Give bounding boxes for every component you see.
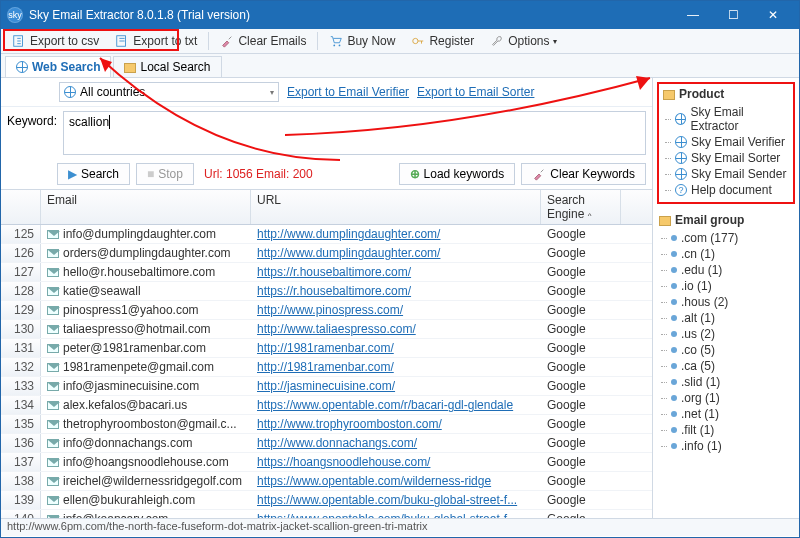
table-row[interactable]: 126orders@dumplingdaughter.comhttp://www…: [1, 244, 652, 263]
window-title: Sky Email Extractor 8.0.1.8 (Trial versi…: [29, 8, 673, 22]
row-url[interactable]: http://www.donnachangs.com/: [251, 434, 541, 452]
emailgroup-item-label: .hous (2): [681, 295, 728, 309]
table-row[interactable]: 136info@donnachangs.comhttp://www.donnac…: [1, 434, 652, 453]
product-item[interactable]: Sky Email Verifier: [661, 134, 791, 150]
row-url[interactable]: https://www.opentable.com/buku-global-st…: [251, 491, 541, 509]
row-search-engine: Google: [541, 491, 621, 509]
product-item[interactable]: Sky Email Sorter: [661, 150, 791, 166]
row-url[interactable]: http://1981ramenbar.com/: [251, 358, 541, 376]
row-url[interactable]: http://www.trophyroomboston.com/: [251, 415, 541, 433]
row-url[interactable]: https://r.housebaltimore.com/: [251, 282, 541, 300]
emailgroup-item[interactable]: .edu (1): [657, 262, 795, 278]
table-row[interactable]: 139ellen@bukurahleigh.comhttps://www.ope…: [1, 491, 652, 510]
buy-now-button[interactable]: Buy Now: [322, 31, 402, 51]
emailgroup-item[interactable]: .hous (2): [657, 294, 795, 310]
row-email: info@hoangsnoodlehouse.com: [41, 453, 251, 471]
emailgroup-item[interactable]: .us (2): [657, 326, 795, 342]
keyword-input[interactable]: scallion: [63, 111, 646, 155]
row-url[interactable]: http://www.pinospress.com/: [251, 301, 541, 319]
row-search-engine: Google: [541, 282, 621, 300]
table-row[interactable]: 137info@hoangsnoodlehouse.comhttps://hoa…: [1, 453, 652, 472]
table-row[interactable]: 128katie@seawallhttps://r.housebaltimore…: [1, 282, 652, 301]
col-email[interactable]: Email: [41, 190, 251, 224]
maximize-button[interactable]: ☐: [713, 1, 753, 29]
close-button[interactable]: ✕: [753, 1, 793, 29]
table-row[interactable]: 135thetrophyroomboston@gmail.c...http://…: [1, 415, 652, 434]
product-item[interactable]: Sky Email Sender: [661, 166, 791, 182]
wrench-icon: [490, 34, 504, 48]
emailgroup-item[interactable]: .ca (5): [657, 358, 795, 374]
toolbar-separator: [208, 32, 209, 50]
crawl-status: Url: 1056 Email: 200: [204, 167, 393, 181]
row-url[interactable]: https://www.opentable.com/wilderness-rid…: [251, 472, 541, 490]
dot-icon: [671, 395, 677, 401]
table-row[interactable]: 130taliaespresso@hotmail.comhttp://www.t…: [1, 320, 652, 339]
options-button[interactable]: Options ▾: [483, 31, 564, 51]
table-row[interactable]: 129pinospress1@yahoo.comhttp://www.pinos…: [1, 301, 652, 320]
table-row[interactable]: 133info@jasminecuisine.comhttp://jasmine…: [1, 377, 652, 396]
emailgroup-item[interactable]: .info (1): [657, 438, 795, 454]
table-row[interactable]: 131peter@1981ramenbar.comhttp://1981rame…: [1, 339, 652, 358]
emailgroup-item[interactable]: .cn (1): [657, 246, 795, 262]
export-txt-button[interactable]: Export to txt: [108, 31, 204, 51]
mail-icon: [47, 287, 59, 296]
clear-keywords-button[interactable]: Clear Keywords: [521, 163, 646, 185]
emailgroup-item[interactable]: .co (5): [657, 342, 795, 358]
minimize-button[interactable]: —: [673, 1, 713, 29]
register-button[interactable]: Register: [404, 31, 481, 51]
emailgroup-item[interactable]: .io (1): [657, 278, 795, 294]
table-row[interactable]: 134alex.kefalos@bacari.ushttps://www.ope…: [1, 396, 652, 415]
country-dropdown[interactable]: All countries ▾: [59, 82, 279, 102]
row-url[interactable]: https://www.opentable.com/r/bacari-gdl-g…: [251, 396, 541, 414]
product-item[interactable]: Sky Email Extractor: [661, 104, 791, 134]
globe-icon: [675, 152, 687, 164]
row-url[interactable]: http://www.dumplingdaughter.com/: [251, 225, 541, 243]
table-row[interactable]: 1321981ramenpete@gmail.comhttp://1981ram…: [1, 358, 652, 377]
row-index: 133: [1, 377, 41, 395]
clear-emails-button[interactable]: Clear Emails: [213, 31, 313, 51]
statusbar: http://www.6pm.com/the-north-face-fusefo…: [1, 518, 799, 536]
emailgroup-item[interactable]: .net (1): [657, 406, 795, 422]
col-search-engine[interactable]: Search Engine ^: [541, 190, 621, 224]
right-pane: Product Sky Email ExtractorSky Email Ver…: [653, 78, 799, 518]
row-url[interactable]: http://jasminecuisine.com/: [251, 377, 541, 395]
emailgroup-item[interactable]: .org (1): [657, 390, 795, 406]
product-item[interactable]: ?Help document: [661, 182, 791, 198]
row-url[interactable]: http://www.taliaespresso.com/: [251, 320, 541, 338]
emailgroup-item[interactable]: .alt (1): [657, 310, 795, 326]
row-url[interactable]: https://hoangsnoodlehouse.com/: [251, 453, 541, 471]
stop-button[interactable]: ■ Stop: [136, 163, 194, 185]
product-item-label: Sky Email Sender: [691, 167, 786, 181]
row-email: taliaespresso@hotmail.com: [41, 320, 251, 338]
row-index: 126: [1, 244, 41, 262]
row-email: ellen@bukurahleigh.com: [41, 491, 251, 509]
col-index[interactable]: [1, 190, 41, 224]
load-keywords-button[interactable]: ⊕ Load keywords: [399, 163, 516, 185]
country-bar: All countries ▾ Export to Email Verifier…: [1, 78, 652, 107]
emailgroup-item-label: .info (1): [681, 439, 722, 453]
table-row[interactable]: 125info@dumplingdaughter.comhttp://www.d…: [1, 225, 652, 244]
export-sorter-link[interactable]: Export to Email Sorter: [417, 85, 534, 99]
search-button[interactable]: ▶ Search: [57, 163, 130, 185]
emailgroup-title: Email group: [675, 213, 744, 227]
tab-local-search[interactable]: Local Search: [113, 56, 221, 77]
svg-point-3: [339, 45, 341, 47]
row-url[interactable]: http://1981ramenbar.com/: [251, 339, 541, 357]
row-search-engine: Google: [541, 396, 621, 414]
table-row[interactable]: 127hello@r.housebaltimore.comhttps://r.h…: [1, 263, 652, 282]
table-row[interactable]: 140info@koancary.comhttps://www.opentabl…: [1, 510, 652, 518]
tab-web-search[interactable]: Web Search: [5, 56, 111, 77]
col-url[interactable]: URL: [251, 190, 541, 224]
export-verifier-link[interactable]: Export to Email Verifier: [287, 85, 409, 99]
row-url[interactable]: http://www.dumplingdaughter.com/: [251, 244, 541, 262]
emailgroup-item[interactable]: .com (177): [657, 230, 795, 246]
keyword-label: Keyword:: [7, 111, 57, 128]
emailgroup-item[interactable]: .filt (1): [657, 422, 795, 438]
row-url[interactable]: https://www.opentable.com/buku-global-st…: [251, 510, 541, 518]
emailgroup-item[interactable]: .slid (1): [657, 374, 795, 390]
export-csv-button[interactable]: Export to csv: [5, 31, 106, 51]
product-panel-header: Product: [661, 86, 791, 102]
grid-body[interactable]: 125info@dumplingdaughter.comhttp://www.d…: [1, 225, 652, 518]
table-row[interactable]: 138ireichel@wildernessridgegolf.comhttps…: [1, 472, 652, 491]
row-url[interactable]: https://r.housebaltimore.com/: [251, 263, 541, 281]
